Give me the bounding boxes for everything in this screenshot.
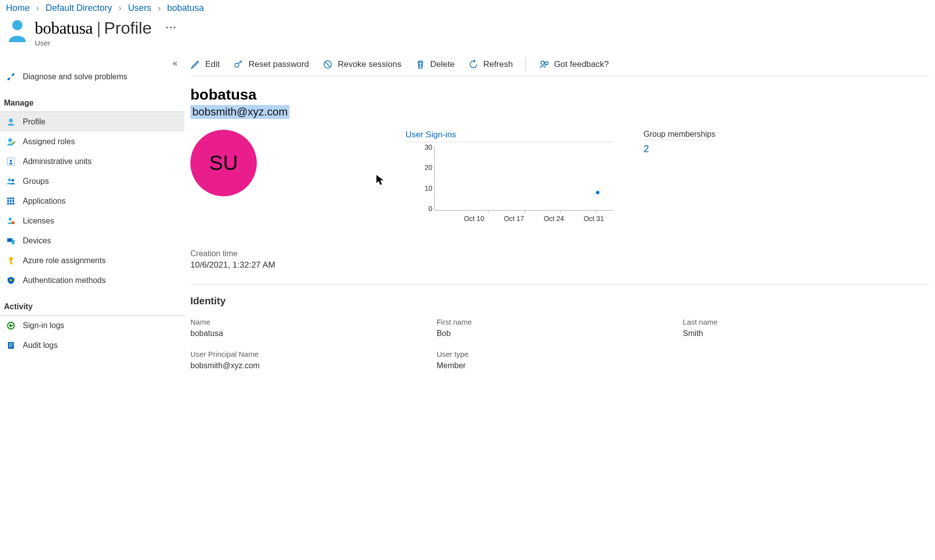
sidebar-item-label: Licenses xyxy=(23,217,54,225)
toolbar-label: Refresh xyxy=(483,59,513,69)
identity-usertype-value: Member xyxy=(437,361,683,370)
breadcrumb-home[interactable]: Home xyxy=(6,3,30,13)
sidebar-item-licenses[interactable]: Licenses xyxy=(0,211,184,231)
svg-rect-10 xyxy=(10,198,12,200)
page-header: bobatusa | Profile ··· User xyxy=(0,14,935,55)
identity-firstname-label: First name xyxy=(437,318,683,326)
sidebar-item-audit-logs[interactable]: Audit logs xyxy=(0,336,184,355)
svg-rect-12 xyxy=(7,200,9,202)
user-icon xyxy=(7,18,28,44)
block-icon xyxy=(323,59,333,69)
svg-rect-13 xyxy=(10,200,12,202)
svg-point-25 xyxy=(10,279,12,281)
shield-icon xyxy=(6,276,16,285)
sidebar-item-label: Administrative units xyxy=(23,157,92,166)
svg-rect-21 xyxy=(12,240,15,244)
identity-col-3: Last name Smith xyxy=(683,318,929,382)
sidebar-item-label: Profile xyxy=(23,117,45,126)
breadcrumb-directory[interactable]: Default Directory xyxy=(46,3,112,13)
sidebar-item-signin-logs[interactable]: Sign-in logs xyxy=(0,316,184,336)
sidebar-item-auth-methods[interactable]: Authentication methods xyxy=(0,271,184,290)
sidebar-item-azure-role[interactable]: Azure role assignments xyxy=(0,251,184,271)
chart-y-axis: 30 20 10 0 xyxy=(418,143,432,213)
creation-time-label: Creation time xyxy=(190,249,929,258)
title-page: Profile xyxy=(104,18,152,38)
delete-button[interactable]: Delete xyxy=(415,59,455,69)
sidebar-item-devices[interactable]: Devices xyxy=(0,231,184,251)
pencil-icon xyxy=(190,59,200,69)
x-tick: Oct 17 xyxy=(504,215,524,223)
user-principal-name-highlight[interactable]: bobsmith@xyz.com xyxy=(190,105,290,119)
toolbar-label: Revoke sessions xyxy=(338,59,402,69)
avatar-initials: SU xyxy=(209,151,238,175)
revoke-sessions-button[interactable]: Revoke sessions xyxy=(323,59,402,69)
identity-upn-value: bobsmith@xyz.com xyxy=(190,361,437,370)
toolbar-label: Delete xyxy=(430,59,455,69)
sidebar-item-label: Azure role assignments xyxy=(23,256,106,265)
svg-rect-15 xyxy=(7,203,9,205)
creation-time-value: 10/6/2021, 1:32:27 AM xyxy=(190,260,929,270)
y-tick: 30 xyxy=(418,143,432,151)
svg-point-3 xyxy=(9,118,13,122)
sidebar-item-profile[interactable]: Profile xyxy=(0,112,184,132)
svg-point-4 xyxy=(8,138,12,142)
sidebar-item-diagnose[interactable]: Diagnose and solve problems xyxy=(0,67,184,87)
svg-point-0 xyxy=(12,20,23,30)
more-icon[interactable]: ··· xyxy=(166,22,177,33)
identity-usertype-label: User type xyxy=(437,350,683,358)
svg-rect-9 xyxy=(7,198,9,200)
chart-plot-area xyxy=(434,146,614,211)
svg-point-18 xyxy=(9,218,12,221)
group-memberships-block: Group memberships 2 xyxy=(643,130,715,155)
sidebar-item-groups[interactable]: Groups xyxy=(0,171,184,191)
reset-password-button[interactable]: Reset password xyxy=(234,59,309,69)
signins-title[interactable]: User Sign-ins xyxy=(406,130,614,142)
book-icon xyxy=(6,340,16,350)
person-icon xyxy=(6,117,16,127)
svg-rect-28 xyxy=(9,343,13,344)
sidebar: « Diagnose and solve problems Manage Pro… xyxy=(0,55,184,382)
sidebar-item-label: Assigned roles xyxy=(23,137,75,146)
admin-units-icon xyxy=(6,157,16,167)
x-tick: Oct 31 xyxy=(584,215,604,223)
overview-row: SU User Sign-ins 30 20 10 0 xyxy=(190,130,929,223)
identity-col-2: First name Bob User type Member xyxy=(437,318,683,382)
chevron-right-icon: › xyxy=(158,3,161,13)
wrench-icon xyxy=(6,72,16,82)
collapse-chevron-icon[interactable]: « xyxy=(173,58,177,68)
creation-time-block: Creation time 10/6/2021, 1:32:27 AM xyxy=(190,249,929,270)
svg-rect-29 xyxy=(9,345,13,345)
edit-button[interactable]: Edit xyxy=(190,59,220,69)
person-check-icon xyxy=(6,137,16,147)
identity-grid: Name bobatusa User Principal Name bobsmi… xyxy=(190,318,929,382)
title-divider: | xyxy=(97,18,101,38)
svg-rect-11 xyxy=(12,198,14,200)
toolbar-label: Got feedback? xyxy=(554,59,609,69)
svg-rect-20 xyxy=(7,238,13,242)
breadcrumb-users[interactable]: Users xyxy=(128,3,151,13)
license-icon xyxy=(6,216,16,226)
toolbar-label: Edit xyxy=(205,59,220,69)
group-memberships-count[interactable]: 2 xyxy=(643,143,715,155)
sidebar-item-label: Diagnose and solve problems xyxy=(23,72,127,81)
feedback-button[interactable]: Got feedback? xyxy=(539,59,609,69)
refresh-button[interactable]: Refresh xyxy=(468,59,513,69)
page-title: bobatusa | Profile ··· xyxy=(35,18,177,38)
sidebar-item-label: Authentication methods xyxy=(23,276,106,285)
svg-rect-16 xyxy=(10,203,12,205)
y-tick: 0 xyxy=(418,205,432,213)
signins-chart: 30 20 10 0 Oct 10 Oct 17 Oct 24 Oct 31 xyxy=(434,143,614,223)
sidebar-item-applications[interactable]: Applications xyxy=(0,191,184,211)
chevron-right-icon: › xyxy=(118,3,121,13)
trash-icon xyxy=(415,59,425,69)
key-icon xyxy=(6,256,16,266)
chart-x-axis: Oct 10 Oct 17 Oct 24 Oct 31 xyxy=(434,215,614,223)
identity-firstname-value: Bob xyxy=(437,329,683,338)
sidebar-item-assigned-roles[interactable]: Assigned roles xyxy=(0,132,184,152)
signin-icon xyxy=(6,321,16,331)
identity-upn-label: User Principal Name xyxy=(190,350,437,358)
svg-rect-17 xyxy=(12,203,14,205)
identity-name-value: bobatusa xyxy=(190,329,437,338)
sidebar-item-admin-units[interactable]: Administrative units xyxy=(0,152,184,171)
identity-heading: Identity xyxy=(190,295,929,307)
